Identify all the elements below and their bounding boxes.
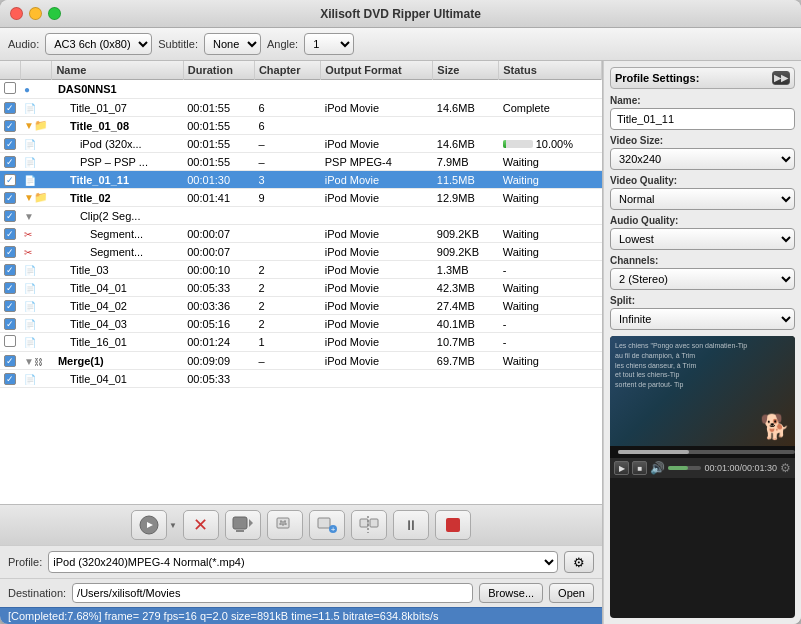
file-table[interactable]: Name Duration Chapter Output Format Size… [0, 61, 602, 504]
destination-input[interactable] [72, 583, 473, 603]
row-duration: 00:01:30 [183, 171, 254, 189]
channels-row: Channels: 2 (Stereo) [610, 255, 795, 290]
split-select[interactable]: Infinite [610, 308, 795, 330]
svg-rect-10 [360, 519, 368, 527]
table-row[interactable]: ✓ ▼⛓ Merge(1) 00:09:09 – iPod Movie 69.7… [0, 352, 602, 370]
row-size: 27.4MB [433, 297, 499, 315]
row-status: - [499, 261, 602, 279]
row-status: Waiting [499, 297, 602, 315]
profile-select[interactable]: iPod (320x240)MPEG-4 Normal(*.mp4) [48, 551, 558, 573]
table-row[interactable]: ✓ ▼📁 Title_01_08 00:01:55 6 [0, 117, 602, 135]
table-row[interactable]: ● DAS0NNS1 [0, 80, 602, 99]
row-chapter: 2 [254, 261, 320, 279]
minimize-button[interactable] [29, 7, 42, 20]
close-button[interactable] [10, 7, 23, 20]
row-name: Title_04_02 [52, 297, 183, 315]
name-input[interactable] [610, 108, 795, 130]
row-checkbox[interactable] [4, 82, 16, 94]
pause-button[interactable]: ⏸ [393, 510, 429, 540]
row-status: - [499, 315, 602, 333]
table-row[interactable]: ✓ 📄 Title_01_07 00:01:55 6 iPod Movie 14… [0, 99, 602, 117]
row-name: Segment... [52, 225, 183, 243]
channels-select[interactable]: 2 (Stereo) [610, 268, 795, 290]
col-format: Output Format [321, 61, 433, 80]
row-chapter: – [254, 352, 320, 370]
stop-red-button[interactable] [435, 510, 471, 540]
angle-select[interactable]: 1 [304, 33, 354, 55]
profile-settings-button[interactable]: ⚙ [564, 551, 594, 573]
preview-play-button[interactable]: ▶ [614, 461, 629, 475]
browse-button[interactable]: Browse... [479, 583, 543, 603]
volume-icon[interactable]: 🔊 [650, 461, 665, 475]
row-checkbox[interactable] [4, 335, 16, 347]
row-checkbox[interactable]: ✓ [4, 246, 16, 258]
table-row[interactable]: ✓ 📄 Title_03 00:00:10 2 iPod Movie 1.3MB… [0, 261, 602, 279]
row-checkbox[interactable]: ✓ [4, 156, 16, 168]
row-checkbox[interactable]: ✓ [4, 102, 16, 114]
table-row[interactable]: ✓ ▼ Clip(2 Seg... [0, 207, 602, 225]
row-checkbox[interactable]: ✓ [4, 300, 16, 312]
table-row[interactable]: ✓ ▼📁 Title_02 00:01:41 9 iPod Movie 12.9… [0, 189, 602, 207]
profile-label: Profile: [8, 556, 42, 568]
col-status: Status [499, 61, 602, 80]
row-status: Waiting [499, 153, 602, 171]
row-duration: 00:00:07 [183, 225, 254, 243]
table-row[interactable]: ✓ 📄 PSP – PSP ... 00:01:55 – PSP MPEG-4 … [0, 153, 602, 171]
convert-start-button[interactable] [131, 510, 167, 540]
table-row[interactable]: ✓ 📄 Title_01_11 00:01:30 3 iPod Movie 11… [0, 171, 602, 189]
row-checkbox[interactable]: ✓ [4, 318, 16, 330]
row-checkbox[interactable]: ✓ [4, 264, 16, 276]
video-size-select[interactable]: 320x240 [610, 148, 795, 170]
split-row: Split: Infinite [610, 295, 795, 330]
row-checkbox[interactable]: ✓ [4, 174, 16, 186]
row-size: 909.2KB [433, 243, 499, 261]
preview-stop-button[interactable]: ■ [632, 461, 647, 475]
subtitle-select[interactable]: None [204, 33, 261, 55]
stop-button[interactable]: ✕ [183, 510, 219, 540]
video-convert-button[interactable] [225, 510, 261, 540]
table-row[interactable]: ✓ 📄 Title_04_01 00:05:33 2 iPod Movie 42… [0, 279, 602, 297]
row-checkbox[interactable]: ✓ [4, 355, 16, 367]
row-name: Title_04_03 [52, 315, 183, 333]
crop-button[interactable] [267, 510, 303, 540]
bottom-toolbar: ▼ ✕ + ⏸ [0, 504, 602, 545]
row-name: Title_16_01 [52, 333, 183, 352]
refresh-button[interactable]: ▶▶ [772, 71, 790, 85]
destination-row: Destination: Browse... Open [0, 578, 602, 607]
row-duration: 00:00:07 [183, 243, 254, 261]
table-row[interactable]: ✓ ✂ Segment... 00:00:07 iPod Movie 909.2… [0, 243, 602, 261]
table-row[interactable]: ✓ 📄 Title_04_02 00:03:36 2 iPod Movie 27… [0, 297, 602, 315]
audio-quality-select[interactable]: Lowest [610, 228, 795, 250]
open-button[interactable]: Open [549, 583, 594, 603]
row-chapter: 1 [254, 333, 320, 352]
row-checkbox[interactable]: ✓ [4, 228, 16, 240]
row-chapter: 2 [254, 315, 320, 333]
table-row[interactable]: ✓ 📄 Title_04_03 00:05:16 2 iPod Movie 40… [0, 315, 602, 333]
col-chapter: Chapter [254, 61, 320, 80]
row-name: Title_01_08 [52, 117, 183, 135]
table-row[interactable]: ✓ 📄 Title_04_01 00:05:33 [0, 370, 602, 388]
add-segment-button[interactable]: + [309, 510, 345, 540]
row-checkbox[interactable]: ✓ [4, 282, 16, 294]
window-controls[interactable] [10, 7, 61, 20]
row-format: iPod Movie [321, 99, 433, 117]
table-row[interactable]: ✓ 📄 iPod (320x... 00:01:55 – iPod Movie … [0, 135, 602, 153]
svg-rect-11 [370, 519, 378, 527]
row-checkbox[interactable]: ✓ [4, 210, 16, 222]
maximize-button[interactable] [48, 7, 61, 20]
audio-select[interactable]: AC3 6ch (0x80) [45, 33, 152, 55]
video-quality-select[interactable]: Normal [610, 188, 795, 210]
row-checkbox[interactable]: ✓ [4, 192, 16, 204]
table-row[interactable]: 📄 Title_16_01 00:01:24 1 iPod Movie 10.7… [0, 333, 602, 352]
table-row[interactable]: ✓ ✂ Segment... 00:00:07 iPod Movie 909.2… [0, 225, 602, 243]
video-size-row: Video Size: 320x240 [610, 135, 795, 170]
preview-seek-bar[interactable] [618, 450, 795, 454]
row-checkbox[interactable]: ✓ [4, 373, 16, 385]
row-checkbox[interactable]: ✓ [4, 138, 16, 150]
cut-button[interactable] [351, 510, 387, 540]
settings-icon[interactable]: ⚙ [780, 461, 791, 475]
volume-slider[interactable] [668, 466, 701, 470]
row-status: Waiting [499, 352, 602, 370]
row-checkbox[interactable]: ✓ [4, 120, 16, 132]
row-format: iPod Movie [321, 297, 433, 315]
